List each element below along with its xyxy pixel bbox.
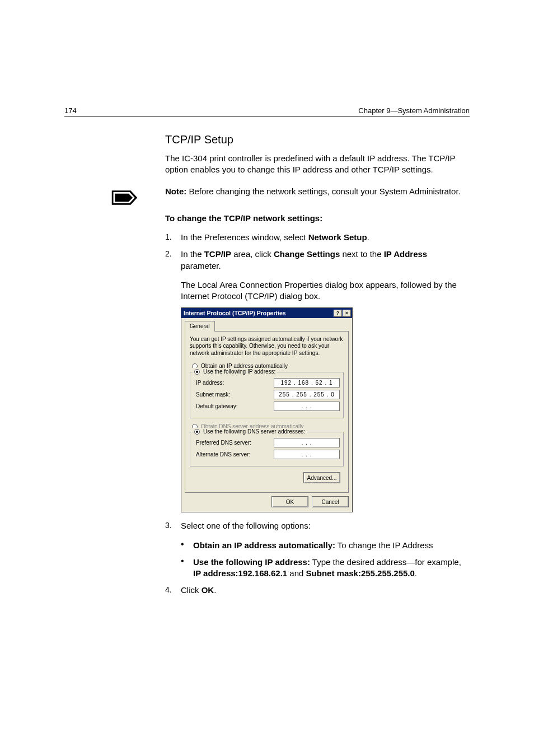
step-number: 1.: [165, 232, 181, 243]
radio-use-following-ip[interactable]: Use the following IP address:: [194, 368, 275, 376]
default-gateway-field[interactable]: . . .: [274, 402, 340, 411]
radio-label: Use the following DNS server addresses:: [203, 428, 305, 436]
preferred-dns-field[interactable]: . . .: [274, 438, 340, 447]
note-paragraph: Note: Before changing the network settin…: [165, 186, 470, 197]
ok-button[interactable]: OK: [271, 496, 308, 507]
ip-address-field[interactable]: 192 . 168 . 62 . 1: [274, 378, 340, 388]
radio-use-following-dns[interactable]: Use the following DNS server addresses:: [194, 428, 305, 436]
label-subnet-mask: Subnet mask:: [196, 391, 230, 399]
step-2-result: The Local Area Connection Properties dia…: [181, 279, 470, 302]
step-3-text: Select one of the following options:: [181, 520, 470, 531]
section-title: TCP/IP Setup: [165, 132, 470, 147]
step-number: 4.: [165, 585, 181, 596]
bullet-icon: •: [181, 557, 193, 580]
label-default-gateway: Default gateway:: [196, 403, 238, 410]
alternate-dns-field[interactable]: . . .: [274, 450, 340, 459]
step-number: 3.: [165, 520, 181, 531]
step-2: 2. In the TCP/IP area, click Change Sett…: [165, 249, 470, 272]
radio-icon: [194, 429, 200, 435]
step-1: 1. In the Preferences window, select Net…: [165, 232, 470, 243]
page-number: 174: [64, 106, 77, 115]
dialog-description: You can get IP settings assigned automat…: [190, 336, 344, 357]
close-button[interactable]: ×: [343, 310, 351, 317]
step-number: 2.: [165, 249, 181, 272]
radio-icon: [194, 369, 200, 375]
group-use-dns: Use the following DNS server addresses: …: [190, 432, 344, 466]
page-header: 174 Chapter 9—System Administration: [64, 106, 470, 116]
dialog-title: Internet Protocol (TCP/IP) Properties: [184, 309, 286, 317]
dialog-titlebar: Internet Protocol (TCP/IP) Properties ? …: [181, 308, 352, 318]
help-button[interactable]: ?: [334, 310, 342, 317]
note-text: Before changing the network settings, co…: [186, 186, 460, 196]
label-preferred-dns: Preferred DNS server:: [196, 439, 251, 447]
note-label: Note:: [165, 186, 186, 196]
tcpip-properties-dialog: Internet Protocol (TCP/IP) Properties ? …: [181, 307, 353, 512]
label-alternate-dns: Alternate DNS server:: [196, 451, 250, 459]
step-4: 4. Click OK.: [165, 585, 470, 596]
radio-label: Use the following IP address:: [203, 368, 275, 376]
note-icon: [109, 186, 140, 217]
procedure-title: To change the TCP/IP network settings:: [165, 213, 470, 224]
group-use-ip: Use the following IP address: IP address…: [190, 372, 344, 418]
step-3: 3. Select one of the following options:: [165, 520, 470, 531]
chapter-title: Chapter 9—System Administration: [358, 106, 470, 115]
bullet-1: • Obtain an IP address automatically: To…: [181, 540, 470, 551]
bullet-icon: •: [181, 540, 193, 551]
subnet-mask-field[interactable]: 255 . 255 . 255 . 0: [274, 390, 340, 399]
cancel-button[interactable]: Cancel: [312, 496, 349, 507]
advanced-button[interactable]: Advanced...: [303, 472, 340, 483]
label-ip-address: IP address:: [196, 379, 224, 387]
bullet-2: • Use the following IP address: Type the…: [181, 557, 470, 580]
tab-general[interactable]: General: [185, 321, 215, 332]
intro-paragraph: The IC-304 print controller is predefine…: [165, 153, 470, 176]
